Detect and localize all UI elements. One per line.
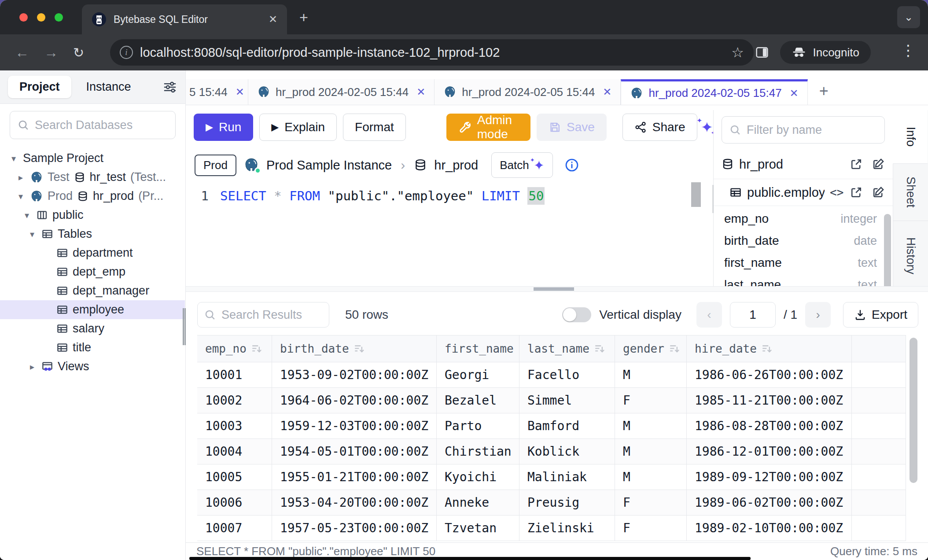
- cell-last_name[interactable]: Koblick: [519, 439, 615, 464]
- cell-emp_no[interactable]: 10007: [197, 516, 272, 541]
- cell-first_name[interactable]: Parto: [437, 413, 519, 439]
- cell-gender[interactable]: M: [615, 464, 687, 490]
- cell-first_name[interactable]: Chirstian: [437, 439, 519, 464]
- panel-database-row[interactable]: hr_prod: [714, 151, 893, 178]
- cell-first_name[interactable]: Tzvetan: [437, 516, 519, 541]
- column-row-first_name[interactable]: first_nametext: [714, 252, 881, 274]
- cell-first_name[interactable]: Kyoichi: [437, 464, 519, 490]
- query-tab-2[interactable]: hr_prod 2024-02-05 15:44✕: [435, 79, 621, 105]
- cell-emp_no[interactable]: 10001: [197, 362, 272, 388]
- tree-item-salary[interactable]: salary: [0, 319, 185, 338]
- caret-down-icon[interactable]: ▾: [27, 229, 37, 239]
- site-info-icon[interactable]: i: [120, 46, 133, 59]
- editor-scrollbar[interactable]: [691, 182, 701, 253]
- cell-first_name[interactable]: Anneke: [437, 490, 519, 516]
- admin-mode-button[interactable]: Admin mode: [446, 114, 530, 141]
- panel-scrollbar[interactable]: [884, 214, 891, 291]
- side-panel-icon[interactable]: [755, 45, 770, 60]
- table-row[interactable]: 100021964-06-02T00:00:00ZBezalelSimmelF1…: [197, 388, 906, 413]
- query-tab-0[interactable]: 5 15:44✕: [186, 79, 248, 105]
- cell-last_name[interactable]: Preusig: [519, 490, 615, 516]
- close-tab-icon[interactable]: ✕: [236, 86, 244, 98]
- caret-right-icon[interactable]: ▸: [16, 172, 26, 183]
- cell-gender[interactable]: F: [615, 388, 687, 413]
- sort-icon[interactable]: [761, 343, 773, 354]
- caret-right-icon[interactable]: ▸: [27, 361, 37, 372]
- info-circle-icon[interactable]: [564, 158, 579, 173]
- cell-hire_date[interactable]: 1989-09-12T00:00:00Z: [687, 464, 852, 490]
- sort-icon[interactable]: [354, 343, 365, 354]
- cell-emp_no[interactable]: 10004: [197, 439, 272, 464]
- tree-settings-icon[interactable]: [162, 80, 177, 95]
- cell-last_name[interactable]: Maliniak: [519, 464, 615, 490]
- tree-item-dept-emp[interactable]: dept_emp: [0, 262, 185, 281]
- bookmark-star-icon[interactable]: ☆: [731, 44, 744, 61]
- cell-emp_no[interactable]: 10003: [197, 413, 272, 439]
- cell-last_name[interactable]: Bamford: [519, 413, 615, 439]
- panel-table-row[interactable]: public.employe <>: [714, 179, 893, 206]
- tree-item-employee[interactable]: employee: [0, 300, 185, 319]
- cell-hire_date[interactable]: 1986-08-28T00:00:00Z: [687, 413, 852, 439]
- cell-first_name[interactable]: Georgi: [437, 362, 519, 388]
- next-page-button[interactable]: ›: [805, 302, 831, 328]
- query-tab-3[interactable]: hr_prod 2024-02-05 15:47✕: [621, 79, 807, 105]
- edit-icon[interactable]: [872, 186, 885, 199]
- tree-item-title[interactable]: title: [0, 338, 185, 357]
- table-row[interactable]: 100041954-05-01T00:00:00ZChirstianKoblic…: [197, 439, 906, 464]
- cell-first_name[interactable]: Bezalel: [437, 388, 519, 413]
- caret-down-icon[interactable]: ▾: [9, 153, 18, 164]
- cell-birth_date[interactable]: 1957-05-23T00:00:00Z: [272, 516, 437, 541]
- export-button[interactable]: Export: [843, 302, 918, 328]
- minimize-window-button[interactable]: [37, 13, 45, 22]
- maximize-window-button[interactable]: [55, 13, 63, 22]
- side-tab-history[interactable]: History: [893, 221, 928, 291]
- cell-gender[interactable]: M: [615, 413, 687, 439]
- tree-item-tables[interactable]: ▾Tables: [0, 225, 185, 243]
- run-button[interactable]: ▶ Run: [194, 114, 253, 141]
- search-databases-input[interactable]: Search Databases: [10, 111, 176, 139]
- cell-gender[interactable]: M: [615, 362, 687, 388]
- database-name[interactable]: hr_prod: [434, 158, 478, 173]
- close-window-button[interactable]: [19, 13, 28, 22]
- address-bar[interactable]: i localhost:8080/sql-editor/prod-sample-…: [110, 39, 754, 66]
- cell-hire_date[interactable]: 1989-06-02T00:00:00Z: [687, 490, 852, 516]
- cell-birth_date[interactable]: 1953-04-20T00:00:00Z: [272, 490, 437, 516]
- cell-gender[interactable]: F: [615, 490, 687, 516]
- cell-hire_date[interactable]: 1989-02-10T00:00:00Z: [687, 516, 852, 541]
- url-text[interactable]: localhost:8080/sql-editor/prod-sample-in…: [140, 45, 724, 60]
- tab-project[interactable]: Project: [8, 76, 71, 98]
- tree-item-public[interactable]: ▾public: [0, 206, 185, 225]
- column-header-hire_date[interactable]: hire_date: [687, 335, 852, 362]
- column-row-birth_date[interactable]: birth_datedate: [714, 230, 881, 252]
- batch-button[interactable]: Batch ✦✦: [491, 152, 553, 178]
- cell-emp_no[interactable]: 10002: [197, 388, 272, 413]
- caret-down-icon[interactable]: ▾: [22, 210, 32, 221]
- explain-button[interactable]: ▶ Explain: [259, 114, 337, 141]
- cell-last_name[interactable]: Zielinski: [519, 516, 615, 541]
- code-icon[interactable]: <>: [830, 186, 843, 199]
- format-button[interactable]: Format: [343, 114, 406, 141]
- column-header-birth_date[interactable]: birth_date: [272, 335, 437, 362]
- close-tab-icon[interactable]: ✕: [269, 13, 277, 26]
- sort-icon[interactable]: [669, 343, 680, 354]
- forward-icon[interactable]: →: [44, 44, 58, 61]
- column-header-gender[interactable]: gender: [615, 335, 687, 362]
- tree-item-dept-manager[interactable]: dept_manager: [0, 281, 185, 300]
- save-button[interactable]: Save: [537, 114, 607, 141]
- sort-icon[interactable]: [594, 343, 605, 354]
- reload-icon[interactable]: ↻: [73, 45, 84, 60]
- cell-birth_date[interactable]: 1954-05-01T00:00:00Z: [272, 439, 437, 464]
- tree-item-department[interactable]: department: [0, 243, 185, 262]
- sql-editor[interactable]: 1 SELECT * FROM "public"."employee" LIMI…: [186, 181, 713, 286]
- vertical-display-toggle[interactable]: [562, 307, 591, 322]
- tree-item-hr-prod[interactable]: ▾Prodhr_prod(Pr...: [0, 187, 185, 206]
- side-tab-info[interactable]: Info: [893, 110, 928, 164]
- search-results-input[interactable]: Search Results: [197, 302, 329, 328]
- tree-item-hr-test[interactable]: ▸Testhr_test(Test...: [0, 168, 185, 187]
- sort-icon[interactable]: [251, 343, 262, 354]
- cell-hire_date[interactable]: 1985-11-21T00:00:00Z: [687, 388, 852, 413]
- external-link-icon[interactable]: [850, 186, 863, 199]
- cell-emp_no[interactable]: 10005: [197, 464, 272, 490]
- sidebar-resize-handle[interactable]: [183, 308, 186, 345]
- cell-birth_date[interactable]: 1964-06-02T00:00:00Z: [272, 388, 437, 413]
